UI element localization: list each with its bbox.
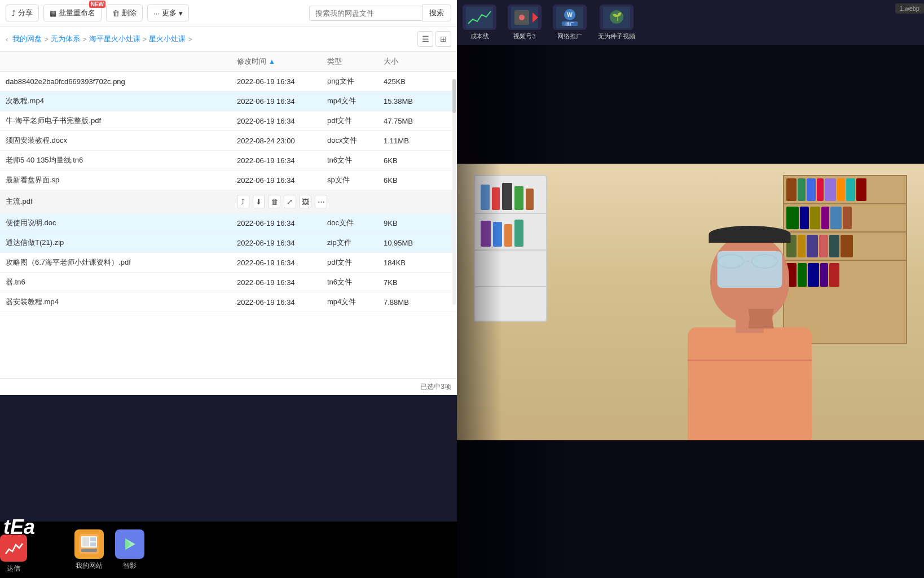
more-button[interactable]: ··· 更多 ▾ — [147, 5, 189, 21]
cost-label: 成本线 — [470, 32, 489, 41]
file-size: 47.75MB — [384, 117, 429, 125]
breadcrumb-root[interactable]: 我的网盘 — [12, 34, 42, 44]
top-icon-video3[interactable]: 视频号3 — [508, 5, 542, 41]
file-date: 2022-06-19 16:34 — [237, 176, 327, 185]
share-action-icon[interactable]: ⤴ — [237, 195, 249, 208]
search-button[interactable]: 搜索 — [422, 5, 451, 21]
file-date: 2022-06-19 16:34 — [237, 97, 327, 106]
date-header[interactable]: 修改时间 ▲ — [237, 56, 327, 67]
file-type: zip文件 — [327, 238, 384, 248]
table-row[interactable]: 须固安装教程.docx 2022-08-24 23:00 docx文件 1.11… — [0, 131, 457, 151]
breadcrumb-l1[interactable]: 无为体系 — [51, 34, 80, 44]
delete-button[interactable]: 🗑 删除 — [106, 5, 143, 21]
table-row[interactable]: 次教程.mp4 2022-06-19 16:34 mp4文件 15.38MB — [0, 91, 457, 111]
taskbar-item-website[interactable]: 我的网站 — [74, 529, 104, 571]
taskbar-item-zhiying[interactable]: 智影 — [115, 529, 144, 571]
video3-icon-box — [508, 5, 542, 30]
trash-icon: 🗑 — [112, 9, 120, 17]
view-controls: ☰ ⊞ — [417, 31, 451, 47]
top-icon-cost[interactable]: 成本线 — [463, 5, 496, 41]
svg-text:🌱: 🌱 — [612, 12, 622, 21]
file-name: 便使用说明.doc — [6, 218, 237, 228]
svg-point-14 — [519, 15, 525, 20]
file-type: png文件 — [327, 76, 384, 86]
svg-rect-5 — [81, 549, 97, 552]
size-header: 大小 — [384, 56, 429, 67]
file-size: 15.38MB — [384, 97, 429, 106]
more-icon: ··· — [153, 9, 160, 17]
promote-icon-box: W 推广 — [553, 5, 587, 30]
table-row[interactable]: dab88402e2ba0fcd669393f702c.png 2022-06-… — [0, 72, 457, 91]
file-date: 2022-06-19 16:34 — [237, 219, 327, 227]
grid-view-button[interactable]: ⊞ — [435, 31, 451, 47]
file-type: pdf文件 — [327, 257, 384, 268]
file-size: 1.11MB — [384, 137, 429, 145]
file-size: 9KB — [384, 219, 429, 227]
table-row[interactable]: 通达信做T(21).zip 2022-06-19 16:34 zip文件 10.… — [0, 233, 457, 253]
top-icon-promote[interactable]: W 推广 网络推广 — [553, 5, 587, 41]
sort-icon: ▲ — [269, 58, 275, 65]
promote-label: 网络推广 — [557, 32, 582, 41]
daxin-icon — [0, 535, 27, 562]
svg-rect-4 — [90, 542, 96, 546]
table-row[interactable]: 器.tn6 2022-06-19 16:34 tn6文件 7KB — [0, 273, 457, 292]
image-action-icon[interactable]: 🖼 — [300, 195, 312, 208]
table-row[interactable]: 老师5 40 135均量线.tn6 2022-06-19 16:34 tn6文件… — [0, 151, 457, 170]
file-date: 2022-06-19 16:34 — [237, 239, 327, 247]
toolbar: ⤴ 分享 ▦ 批量重命名 NEW 🗑 删除 ··· 更多 ▾ 搜索 — [0, 0, 457, 27]
file-size: 7.88MB — [384, 298, 429, 306]
webp-badge: 1.webp — [895, 3, 924, 14]
file-type: mp4文件 — [327, 297, 384, 307]
scroll-thumb[interactable] — [452, 79, 456, 113]
file-name: 通达信做T(21).zip — [6, 238, 237, 248]
table-row[interactable]: 便使用说明.doc 2022-06-19 16:34 doc文件 9KB — [0, 213, 457, 233]
batch-rename-button[interactable]: ▦ 批量重命名 NEW — [43, 5, 102, 21]
file-name: 须固安装教程.docx — [6, 135, 237, 146]
table-row[interactable]: 主流.pdf ⤴ ⬇ 🗑 ⤢ 🖼 ⋯ — [0, 190, 457, 213]
table-row[interactable]: 牛-海平老师电子书完整版.pdf 2022-06-19 16:34 pdf文件 … — [0, 111, 457, 131]
file-type: pdf文件 — [327, 116, 384, 126]
taskbar-item-daxin[interactable]: 达信 — [0, 535, 27, 573]
file-size: 6KB — [384, 156, 429, 165]
file-size: 7KB — [384, 278, 429, 287]
file-actions: ⤴ ⬇ 🗑 ⤢ 🖼 ⋯ — [237, 195, 327, 208]
new-badge: NEW — [89, 1, 105, 8]
top-bar: 成本线 视频号3 W 推广 — [457, 0, 924, 45]
scrollbar[interactable] — [452, 79, 456, 305]
share-icon: ⤴ — [12, 9, 16, 17]
file-name: 牛-海平老师电子书完整版.pdf — [6, 116, 237, 126]
back-arrow[interactable]: ‹ — [6, 35, 8, 43]
top-icon-seed[interactable]: 🌱 无为种子视频 — [598, 5, 635, 41]
file-type: tn6文件 — [327, 155, 384, 165]
file-date: 2022-08-24 23:00 — [237, 137, 327, 145]
share-button[interactable]: ⤴ 分享 — [6, 5, 39, 21]
file-size: 6KB — [384, 176, 429, 185]
status-bar: 已选中3项 — [0, 378, 457, 395]
breadcrumb-l3[interactable]: 星火小灶课 — [149, 34, 186, 44]
website-label: 我的网站 — [76, 561, 103, 571]
file-size: 184KB — [384, 259, 429, 267]
breadcrumb-l2[interactable]: 海平星火小灶课 — [89, 34, 140, 44]
file-name: 器.tn6 — [6, 277, 237, 287]
table-row[interactable]: 攻略图（6.7海平老师小灶课资料）.pdf 2022-06-19 16:34 p… — [0, 253, 457, 273]
file-date: 2022-06-19 16:34 — [237, 77, 327, 86]
file-size: 425KB — [384, 77, 429, 86]
person — [651, 186, 848, 440]
list-view-button[interactable]: ☰ — [417, 31, 433, 47]
search-input[interactable] — [309, 6, 422, 21]
svg-rect-2 — [82, 537, 89, 546]
more-action-icon[interactable]: ⋯ — [315, 195, 327, 208]
svg-text:推广: 推广 — [565, 21, 574, 27]
table-row[interactable]: 最新看盘界面.sp 2022-06-19 16:34 sp文件 6KB — [0, 170, 457, 190]
delete-action-icon[interactable]: 🗑 — [268, 195, 280, 208]
file-date: 2022-06-19 16:34 — [237, 298, 327, 306]
breadcrumb: ‹ 我的网盘 > 无为体系 > 海平星火小灶课 > 星火小灶课 > ☰ ⊞ — [0, 27, 457, 52]
file-name: dab88402e2ba0fcd669393f702c.png — [6, 77, 237, 86]
daxin-label: 达信 — [7, 564, 20, 573]
expand-action-icon[interactable]: ⤢ — [284, 195, 296, 208]
file-manager: ⤴ 分享 ▦ 批量重命名 NEW 🗑 删除 ··· 更多 ▾ 搜索 ‹ 我的网盘… — [0, 0, 457, 395]
file-type: sp文件 — [327, 175, 384, 185]
video3-label: 视频号3 — [513, 32, 535, 41]
table-row[interactable]: 器安装教程.mp4 2022-06-19 16:34 mp4文件 7.88MB — [0, 292, 457, 312]
download-action-icon[interactable]: ⬇ — [253, 195, 265, 208]
